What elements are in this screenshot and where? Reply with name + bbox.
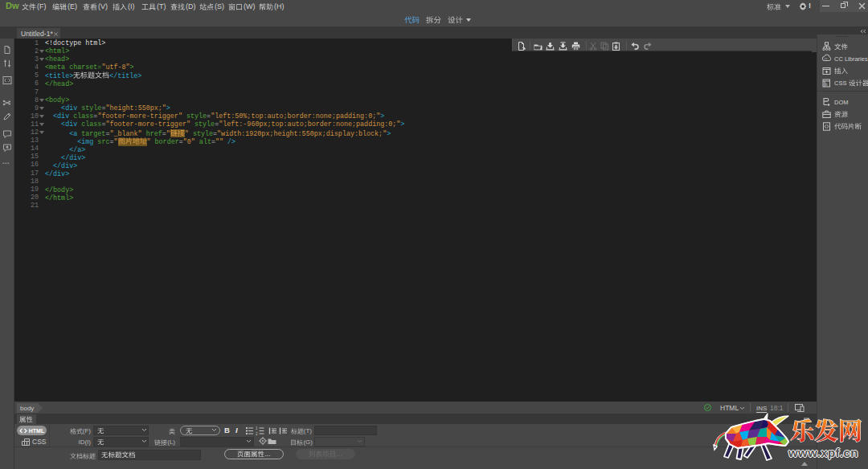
svg-text:b: b (825, 81, 828, 86)
svg-text:cc: cc (825, 56, 828, 60)
